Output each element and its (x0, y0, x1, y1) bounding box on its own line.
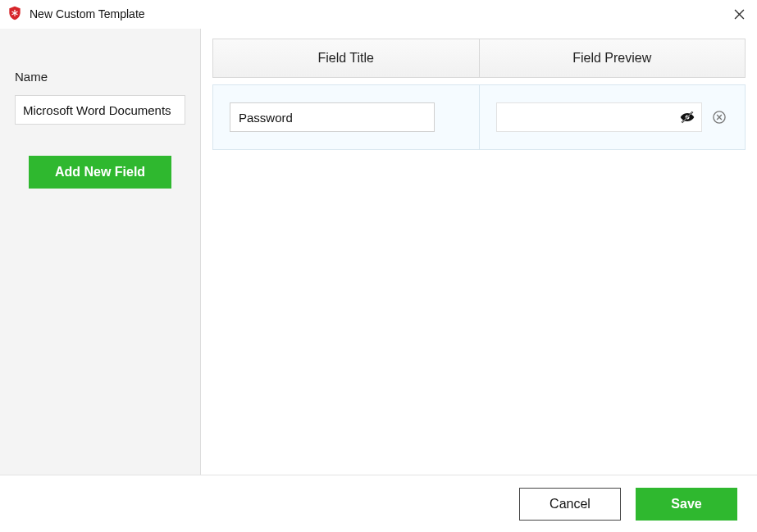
cancel-button[interactable]: Cancel (519, 488, 621, 521)
close-button[interactable] (729, 4, 749, 24)
name-label: Name (15, 70, 185, 84)
field-title-input[interactable] (230, 102, 435, 132)
preview-input-wrap (496, 102, 703, 132)
footer: Cancel Save (0, 475, 757, 532)
content-area: Name Add New Field Field Title Field Pre… (0, 28, 757, 475)
field-preview-cell (479, 85, 746, 149)
close-icon (734, 9, 745, 20)
column-header-field-preview: Field Preview (479, 39, 746, 77)
main-panel: Field Title Field Preview (201, 29, 757, 475)
app-shield-icon (7, 5, 23, 24)
field-preview-input[interactable] (496, 102, 703, 132)
titlebar: New Custom Template (0, 0, 757, 28)
fields-table-header: Field Title Field Preview (212, 39, 746, 78)
field-title-cell (213, 85, 479, 149)
add-new-field-button[interactable]: Add New Field (29, 156, 171, 189)
delete-field-button[interactable] (710, 108, 728, 126)
field-row (212, 84, 746, 150)
template-name-input[interactable] (15, 95, 185, 125)
titlebar-left: New Custom Template (7, 5, 145, 24)
eye-off-icon (679, 109, 695, 125)
column-header-field-title: Field Title (213, 39, 479, 77)
save-button[interactable]: Save (636, 488, 737, 521)
window-title: New Custom Template (30, 7, 145, 20)
sidebar: Name Add New Field (0, 29, 201, 475)
toggle-visibility-button[interactable] (679, 109, 695, 125)
delete-circle-icon (711, 109, 727, 125)
